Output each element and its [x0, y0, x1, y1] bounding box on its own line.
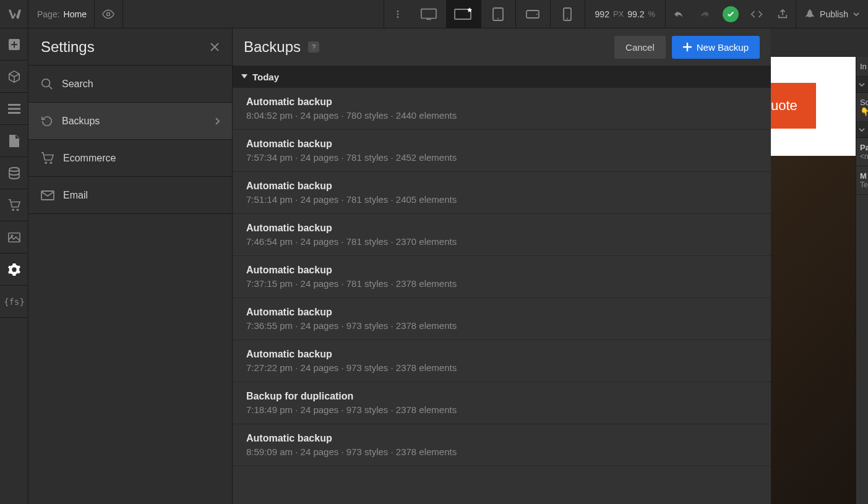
code-button[interactable]: [744, 0, 770, 28]
canvas-area: uote: [771, 57, 868, 504]
plus-icon: [8, 38, 20, 51]
device-mobile[interactable]: [551, 0, 585, 28]
backup-name: Backup for duplication: [246, 391, 757, 402]
svg-point-11: [567, 18, 568, 19]
settings-item-label: Ecommerce: [63, 153, 116, 164]
rail-fs[interactable]: {fs}: [0, 286, 28, 318]
preview-button[interactable]: [95, 0, 123, 28]
rail-ecommerce[interactable]: [0, 189, 28, 221]
rp-collapse[interactable]: [856, 122, 868, 138]
cube-icon: [8, 70, 20, 83]
search-icon: [41, 78, 53, 90]
svg-point-3: [397, 16, 399, 18]
backup-meta: 7:57:34 pm · 24 pages · 781 styles · 245…: [246, 152, 757, 163]
settings-title: Settings: [41, 38, 95, 56]
canvas-width: 992: [595, 9, 609, 19]
close-icon: [210, 42, 220, 52]
right-style-panel: In Sc 👇 Pa <n M Te: [856, 57, 868, 504]
settings-item-label: Search: [62, 79, 93, 90]
backup-item[interactable]: Automatic backup7:57:34 pm · 24 pages · …: [233, 130, 771, 172]
backup-item[interactable]: Automatic backup7:36:55 pm · 24 pages · …: [233, 298, 771, 340]
backups-panel: Backups ? Cancel New Backup Today Automa…: [233, 28, 771, 504]
canvas-size-info: 992 PX 99.2 %: [585, 0, 666, 28]
webflow-logo[interactable]: [0, 0, 28, 28]
backup-item[interactable]: Backup for duplication7:18:49 pm · 24 pa…: [233, 382, 771, 424]
export-button[interactable]: [770, 0, 796, 28]
svg-point-9: [536, 14, 538, 15]
top-bar: Page: Home 992 PX 99.2 %: [0, 0, 868, 28]
cancel-button[interactable]: Cancel: [614, 36, 666, 59]
settings-item-search[interactable]: Search: [28, 66, 232, 103]
page-selector[interactable]: Page: Home: [28, 0, 95, 28]
publish-button[interactable]: Publish: [796, 0, 868, 28]
backup-item[interactable]: Automatic backup7:37:15 pm · 24 pages · …: [233, 256, 771, 298]
backup-meta: 7:18:49 pm · 24 pages · 973 styles · 237…: [246, 404, 757, 415]
gear-icon: [7, 263, 21, 276]
rail-assets[interactable]: [0, 221, 28, 254]
rail-add[interactable]: [0, 28, 28, 61]
restore-icon: [41, 115, 53, 127]
rail-settings[interactable]: [0, 254, 28, 286]
backup-item[interactable]: Automatic backup8:04:52 pm · 24 pages · …: [233, 88, 771, 130]
backup-meta: 7:51:14 pm · 24 pages · 781 styles · 240…: [246, 194, 757, 205]
new-backup-label: New Backup: [697, 42, 749, 53]
svg-point-15: [17, 208, 19, 211]
backup-meta: 7:46:54 pm · 24 pages · 781 styles · 237…: [246, 236, 757, 247]
width-unit: PX: [613, 9, 624, 19]
svg-rect-4: [421, 9, 436, 19]
plus-icon: [683, 43, 692, 51]
rp-section: M Te: [856, 166, 868, 195]
backup-name: Automatic backup: [246, 181, 757, 192]
publish-label: Publish: [820, 9, 848, 19]
backup-meta: 7:37:15 pm · 24 pages · 781 styles · 237…: [246, 278, 757, 289]
rail-navigator[interactable]: [0, 93, 28, 125]
backup-item[interactable]: Automatic backup7:27:22 pm · 24 pages · …: [233, 340, 771, 382]
left-rail: {fs}: [0, 28, 28, 504]
help-button[interactable]: ?: [308, 41, 319, 53]
new-backup-button[interactable]: New Backup: [672, 36, 760, 59]
rail-pages[interactable]: [0, 125, 28, 157]
settings-item-label: Backups: [62, 116, 100, 127]
redo-button[interactable]: [692, 0, 718, 28]
undo-button[interactable]: [666, 0, 692, 28]
backup-name: Automatic backup: [246, 349, 757, 360]
close-button[interactable]: [210, 42, 220, 52]
mail-icon: [41, 190, 54, 200]
svg-point-18: [42, 79, 50, 87]
zoom-unit: %: [648, 9, 656, 19]
svg-point-14: [12, 208, 14, 211]
chevron-down-icon: [853, 12, 859, 16]
settings-item-email[interactable]: Email: [28, 177, 232, 214]
rp-collapse[interactable]: [856, 77, 868, 93]
backup-item[interactable]: Automatic backup7:51:14 pm · 24 pages · …: [233, 172, 771, 214]
backup-list: Automatic backup8:04:52 pm · 24 pages · …: [233, 88, 771, 504]
backup-item[interactable]: Automatic backup8:59:09 am · 24 pages · …: [233, 424, 771, 466]
device-mobile-landscape[interactable]: [516, 0, 551, 28]
more-menu[interactable]: [384, 0, 412, 28]
settings-item-backups[interactable]: Backups: [28, 103, 232, 140]
device-tablet[interactable]: [481, 0, 516, 28]
settings-item-ecommerce[interactable]: Ecommerce: [28, 140, 232, 177]
backup-section-header[interactable]: Today: [233, 66, 771, 88]
chevron-right-icon: [215, 117, 220, 125]
status-indicator[interactable]: [718, 0, 744, 28]
device-desktop-star[interactable]: [447, 0, 481, 28]
backup-name: Automatic backup: [246, 265, 757, 276]
quote-button[interactable]: uote: [771, 83, 816, 129]
settings-panel: Settings Search Backups Ecommerce Email: [28, 28, 233, 504]
rp-section: Sc 👇: [856, 93, 868, 122]
fs-icon: {fs}: [4, 297, 25, 307]
rocket-icon: [805, 9, 815, 19]
rail-components[interactable]: [0, 61, 28, 93]
backup-meta: 8:59:09 am · 24 pages · 973 styles · 237…: [246, 446, 757, 457]
image-icon: [8, 232, 20, 243]
backup-name: Automatic backup: [246, 307, 757, 318]
backup-meta: 7:36:55 pm · 24 pages · 973 styles · 237…: [246, 320, 757, 331]
caret-down-icon: [241, 74, 247, 79]
device-desktop[interactable]: [412, 0, 447, 28]
rail-cms[interactable]: [0, 157, 28, 189]
backup-item[interactable]: Automatic backup7:46:54 pm · 24 pages · …: [233, 214, 771, 256]
svg-point-13: [9, 168, 19, 171]
backup-name: Automatic backup: [246, 96, 757, 108]
svg-point-0: [107, 12, 110, 15]
